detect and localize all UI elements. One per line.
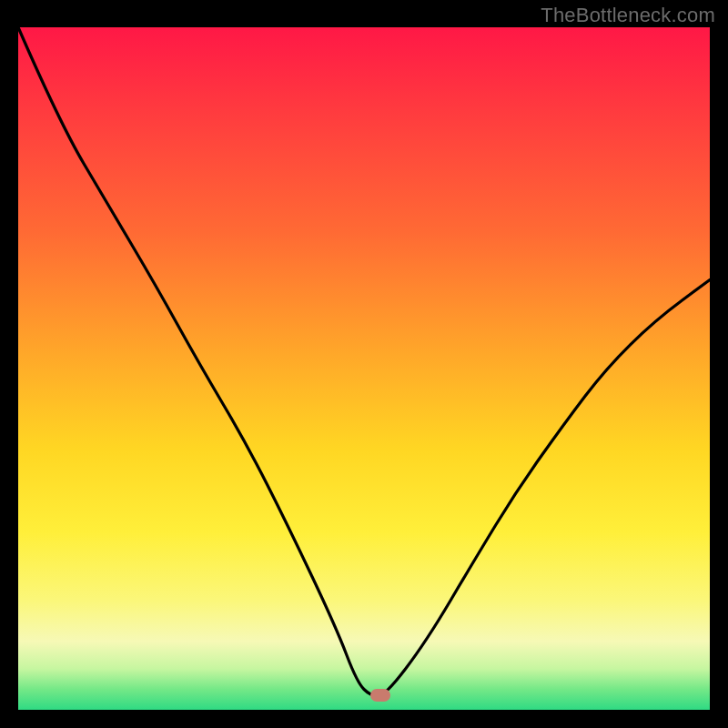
bottleneck-curve <box>18 27 710 710</box>
watermark-text: TheBottleneck.com <box>541 4 715 27</box>
optimal-point-marker <box>370 689 390 702</box>
chart-frame: TheBottleneck.com <box>0 0 728 728</box>
curve-path <box>18 27 710 696</box>
